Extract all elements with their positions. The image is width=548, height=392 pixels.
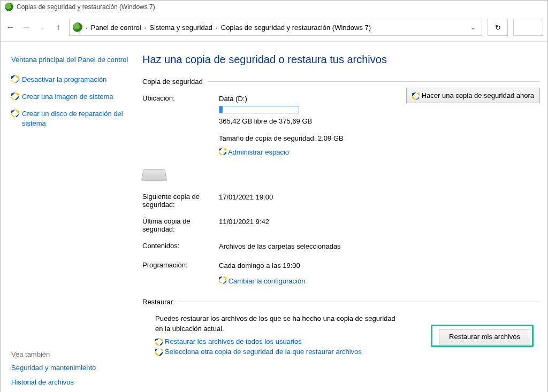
address-dropdown[interactable]: ⌄	[467, 24, 478, 31]
last-backup-label: Última copia de seguridad:	[142, 216, 215, 233]
refresh-button[interactable]: ↻	[488, 19, 508, 36]
disk-usage-bar	[219, 106, 299, 113]
divider	[208, 81, 540, 82]
backup-now-label: Hacer una copia de seguridad ahora	[422, 91, 534, 99]
main-content: Haz una copia de seguridad o restaura tu…	[142, 42, 547, 392]
shield-icon	[11, 110, 19, 117]
location-value: Data (D:)	[219, 93, 379, 105]
shield-icon	[11, 93, 19, 100]
app-icon	[5, 3, 13, 11]
shield-icon	[412, 93, 420, 100]
security-maintenance-link[interactable]: Seguridad y mantenimiento	[11, 364, 133, 372]
shield-icon	[11, 75, 19, 83]
select-other-backup-link[interactable]: Selecciona otra copia de seguridad de la…	[165, 348, 362, 356]
recent-dropdown[interactable]: ⌄	[37, 22, 48, 33]
next-backup-value: 17/01/2021 19:00	[219, 191, 453, 209]
page-title: Haz una copia de seguridad o restaura tu…	[142, 53, 540, 66]
shield-icon	[219, 276, 226, 284]
breadcrumb-icon	[73, 22, 82, 32]
chevron-right-icon: ›	[215, 24, 219, 30]
backup-size: Tamaño de copia de seguridad: 2,09 GB	[219, 133, 379, 144]
window-title: Copias de seguridad y restauración (Wind…	[17, 3, 155, 11]
schedule-value: Cada domingo a las 19:00	[219, 260, 453, 272]
restore-all-users-link[interactable]: Restaurar los archivos de todos los usua…	[165, 337, 302, 345]
breadcrumb-page[interactable]: Copias de seguridad y restauración (Wind…	[221, 24, 371, 32]
up-button[interactable]: ↑	[53, 22, 64, 33]
restore-my-files-button[interactable]: Restaurar mis archivos	[439, 329, 530, 344]
backup-now-button[interactable]: Hacer una copia de seguridad ahora	[406, 88, 540, 103]
control-panel-home-link[interactable]: Ventana principal del Panel de control	[11, 55, 133, 65]
backup-section-header: Copia de seguridad	[142, 78, 203, 86]
window-titlebar: Copias de seguridad y restauración (Wind…	[1, 1, 547, 13]
restore-section-header: Restaurar	[142, 298, 173, 306]
free-space: 365,42 GB libre de 375,69 GB	[219, 116, 379, 127]
restore-button-label: Restaurar mis archivos	[449, 333, 520, 341]
shield-icon	[155, 348, 163, 356]
chevron-right-icon: ›	[143, 24, 148, 30]
shield-icon	[219, 148, 226, 155]
see-also-header: Vea también	[11, 350, 133, 358]
contents-value: Archivos de las carpetas seleccionadas	[219, 241, 453, 252]
divider	[178, 302, 540, 302]
next-backup-label: Siguiente copia de seguridad:	[142, 191, 215, 209]
refresh-icon: ↻	[495, 24, 501, 32]
schedule-label: Programación:	[142, 260, 215, 287]
address-bar-row: ← → ⌄ ↑ › Panel de control › Sistema y s…	[1, 13, 547, 42]
shield-icon	[155, 338, 163, 345]
create-repair-disc-link[interactable]: Crear un disco de reparación del sistema	[22, 109, 133, 128]
last-backup-value: 11/01/2021 9:42	[219, 216, 453, 233]
turn-off-schedule-link[interactable]: Desactivar la programación	[22, 75, 106, 84]
change-settings-link[interactable]: Cambiar la configuración	[229, 277, 306, 285]
location-label: Ubicación:	[142, 93, 215, 102]
restore-description: Puedes restaurar los archivos de los que…	[155, 313, 401, 334]
search-box[interactable]	[513, 19, 543, 36]
forward-button[interactable]: →	[21, 22, 32, 33]
contents-label: Contenidos:	[142, 241, 215, 252]
breadcrumb-root[interactable]: Panel de control	[91, 24, 141, 32]
create-system-image-link[interactable]: Crear una imagen de sistema	[22, 92, 113, 102]
sidebar: Ventana principal del Panel de control D…	[1, 42, 142, 392]
chevron-right-icon: ›	[85, 24, 89, 30]
breadcrumb-sys[interactable]: Sistema y seguridad	[149, 24, 212, 32]
drive-icon	[141, 170, 168, 181]
breadcrumb-bar[interactable]: › Panel de control › Sistema y seguridad…	[69, 19, 482, 36]
manage-space-link[interactable]: Administrar espacio	[228, 148, 289, 156]
file-history-link[interactable]: Historial de archivos	[11, 378, 133, 386]
back-button[interactable]: ←	[5, 22, 16, 33]
